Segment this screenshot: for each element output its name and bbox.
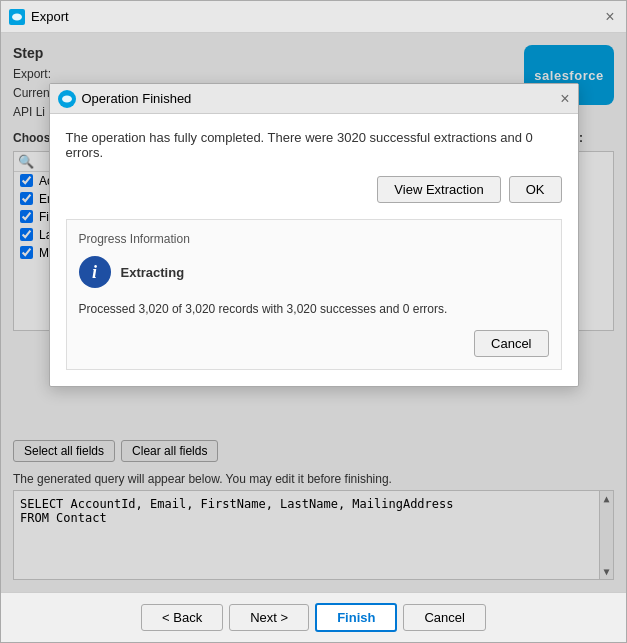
modal-message: The operation has fully completed. There… (66, 130, 562, 160)
modal-body: The operation has fully completed. There… (50, 114, 578, 386)
progress-status: i Extracting (79, 256, 549, 288)
progress-cancel-row: Cancel (79, 330, 549, 357)
view-extraction-button[interactable]: View Extraction (377, 176, 500, 203)
modal-dialog: Operation Finished × The operation has f… (49, 83, 579, 387)
window-title: Export (31, 9, 69, 24)
next-button[interactable]: Next > (229, 604, 309, 631)
title-bar: Export × (1, 1, 626, 33)
svg-point-1 (62, 95, 72, 102)
footer-buttons: < Back Next > Finish Cancel (1, 592, 626, 642)
progress-section: Progress Information i Extracting Proces… (66, 219, 562, 370)
modal-action-buttons: View Extraction OK (66, 176, 562, 203)
modal-title-left: Operation Finished (58, 90, 192, 108)
finish-button[interactable]: Finish (315, 603, 397, 632)
app-icon (9, 9, 25, 25)
progress-records: Processed 3,020 of 3,020 records with 3,… (79, 302, 549, 316)
window-close-button[interactable]: × (602, 9, 618, 25)
modal-close-button[interactable]: × (560, 90, 569, 108)
main-window: Export × Step Export: Current: API Li sa… (0, 0, 627, 643)
back-button[interactable]: < Back (141, 604, 223, 631)
progress-status-text: Extracting (121, 265, 185, 280)
title-bar-left: Export (9, 9, 69, 25)
modal-sf-icon (58, 90, 76, 108)
progress-cancel-button[interactable]: Cancel (474, 330, 548, 357)
modal-title-bar: Operation Finished × (50, 84, 578, 114)
ok-button[interactable]: OK (509, 176, 562, 203)
modal-overlay: Operation Finished × The operation has f… (1, 33, 626, 592)
info-icon: i (79, 256, 111, 288)
progress-title: Progress Information (79, 232, 549, 246)
modal-title-text: Operation Finished (82, 91, 192, 106)
svg-point-0 (12, 13, 22, 20)
cancel-button[interactable]: Cancel (403, 604, 485, 631)
main-content: Step Export: Current: API Li salesforce … (1, 33, 626, 592)
